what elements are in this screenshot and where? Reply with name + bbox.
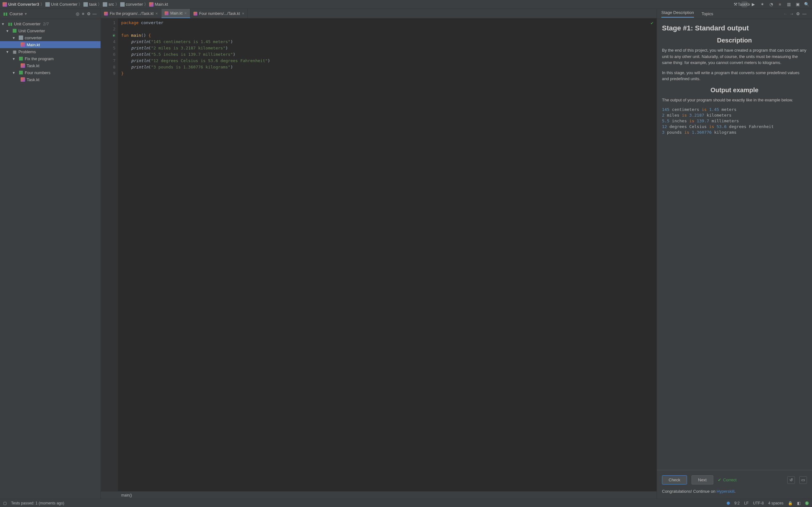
tab-topics[interactable]: Topics [702,11,713,16]
collapse-icon[interactable]: ≡ [80,11,86,16]
encoding[interactable]: UTF-8 [753,501,764,505]
folder-icon [19,36,23,40]
gutter-run-icon[interactable]: ▶ [113,32,115,39]
course-dropdown[interactable]: ▮▮ Course ▾ [3,11,74,16]
check-button[interactable]: Check [662,475,687,485]
back-icon[interactable]: ← [782,11,789,16]
kotlin-icon [104,12,108,15]
tab-fix-program[interactable]: Fix the program/.../Task.kt× [101,9,161,18]
project-structure-icon[interactable]: ▥ [786,2,792,7]
tree-section[interactable]: ▾Unit Converter [0,27,101,34]
run-config[interactable]: TaskKt ▾ [742,2,747,7]
hyperskill-link[interactable]: Hyperskill [716,489,734,494]
crumb-1[interactable]: Unit Converter [51,2,78,7]
status-bar: ▢ Tests passed: 1 (moments ago) 9:2 LF U… [0,499,812,507]
crumb-4[interactable]: converter [126,2,143,7]
folder-icon [45,2,50,7]
editor-body[interactable]: 123456789▶ ✔package converter fun main()… [101,18,657,491]
ide-status-icon[interactable]: ◧ [797,501,801,505]
tree-four-numbers[interactable]: ▾Four numbers [0,69,101,76]
close-icon[interactable]: × [242,11,245,16]
lesson-icon [19,71,23,74]
stop-icon[interactable]: ■ [777,2,783,7]
tree-root[interactable]: ▾▮▮Unit Converter2/7 [0,20,101,27]
check-icon: ✔ [718,477,721,482]
notifications-badge[interactable]: 1 [805,501,809,505]
crumb-2[interactable]: task [89,2,97,7]
kotlin-icon [149,2,154,7]
course-sidebar: ▮▮ Course ▾ ◎ ≡ ⚙ — ▾▮▮Unit Converter2/7… [0,9,101,499]
output-sample: 145 centimeters is 1.45 meters2 miles is… [662,107,807,135]
description-body: Stage #1: Standard output Description By… [657,19,812,470]
cursor-position[interactable]: 9:2 [734,501,740,505]
line-ending[interactable]: LF [744,501,749,505]
section-output-example: Output example [662,87,807,94]
desc-p1: By the end of this project, you will hav… [662,47,807,66]
tree-problems[interactable]: ▾▦Problems [0,48,101,55]
description-panel: Stage Description Topics ← → ⚙ — Stage #… [657,9,812,499]
breadcrumb[interactable]: Unit Converter3 〉 Unit Converter 〉 task … [3,2,733,7]
book-icon: ▮▮ [8,21,13,26]
kotlin-icon [165,11,168,15]
debug-icon[interactable]: ✶ [759,2,765,7]
analysis-ok-icon: ✔ [651,20,653,26]
gutter: 123456789▶ [101,18,118,491]
lesson-icon [19,57,23,60]
top-actions: ⚒ TaskKt ▾ ▶ ✶ ◔ ■ ▥ ▣ 🔍 [733,2,809,7]
kotlin-icon [194,12,197,15]
run-icon[interactable]: ▶ [751,2,756,7]
close-icon[interactable]: × [184,11,187,15]
lesson-icon [13,29,16,33]
course-tree: ▾▮▮Unit Converter2/7 ▾Unit Converter ▾co… [0,19,101,499]
kotlin-icon [20,77,25,82]
comment-button[interactable]: ▭ [799,476,807,484]
settings-icon[interactable]: ⚙ [86,11,92,16]
kotlin-icon [20,63,25,68]
tree-task1[interactable]: Task.kt [0,62,101,69]
status-correct: ✔ Correct [718,477,737,482]
book-icon: ▮▮ [3,11,8,16]
tree-task2[interactable]: Task.kt [0,76,101,83]
layout-icon[interactable]: ▣ [795,2,801,7]
stage-title: Stage #1: Standard output [662,24,807,32]
tests-status[interactable]: Tests passed: 1 (moments ago) [11,501,64,505]
desc-p2: In this stage, you will write a program … [662,70,807,82]
settings-icon[interactable]: ⚙ [795,11,801,16]
tree-folder-converter[interactable]: ▾converter [0,34,101,41]
undo-button[interactable]: ↺ [787,476,795,484]
coverage-icon[interactable]: ◔ [768,2,774,7]
crumb-project[interactable]: Unit Converter3 [8,2,39,7]
grid-icon: ▦ [12,49,17,54]
lock-icon[interactable]: 🔒 [788,501,793,505]
toolwindow-icon[interactable]: ▢ [3,501,7,505]
editor: Fix the program/.../Task.kt× Main.kt× Fo… [101,9,657,499]
tab-main[interactable]: Main.kt× [161,9,190,18]
minimize-icon[interactable]: — [801,11,808,16]
folder-icon [84,2,88,7]
search-icon[interactable]: 🔍 [804,2,809,7]
tab-stage-description[interactable]: Stage Description [661,10,694,18]
editor-breadcrumb[interactable]: main() [101,491,657,499]
close-icon[interactable]: × [155,11,158,16]
crumb-3[interactable]: src [108,2,114,7]
description-tabs: Stage Description Topics ← → ⚙ — [657,9,812,19]
project-icon [3,2,7,7]
progress-dot-icon [727,502,730,505]
indent[interactable]: 4 spaces [768,501,783,505]
minimize-icon[interactable]: — [92,11,97,16]
crumb-file[interactable]: Main.kt [155,2,168,7]
kotlin-icon [20,43,25,47]
locate-icon[interactable]: ◎ [74,11,80,16]
desc-p3: The output of your program should be exa… [662,97,807,103]
editor-tabs: Fix the program/.../Task.kt× Main.kt× Fo… [101,9,657,18]
tree-file-main[interactable]: Main.kt [0,41,101,48]
tree-fix-program[interactable]: ▾Fix the program [0,55,101,62]
congrats: Congratulations! Continue on Hyperskill. [662,489,807,494]
run-config-name: TaskKt [741,2,746,7]
section-description: Description [662,37,807,44]
forward-icon[interactable]: → [789,11,795,16]
folder-icon [103,2,107,7]
next-button[interactable]: Next [692,475,713,485]
code-area[interactable]: ✔package converter fun main() { println(… [118,18,657,491]
tab-four-numbers[interactable]: Four numbers/.../Task.kt× [190,9,248,18]
